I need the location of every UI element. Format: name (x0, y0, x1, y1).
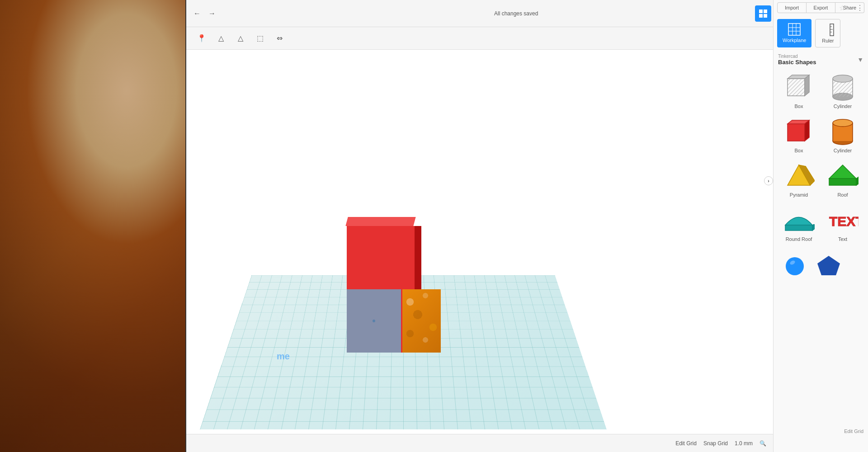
svg-marker-21 (805, 120, 809, 141)
svg-rect-19 (788, 124, 805, 141)
shape-red-wall-top (345, 217, 415, 226)
shape-cylinder-gray[interactable]: Cylinder (822, 71, 863, 113)
box-gray-label: Box (795, 104, 803, 109)
svg-rect-40 (764, 14, 767, 18)
expand-panel-button[interactable]: › (764, 176, 773, 185)
align-icon[interactable]: ⬚ (254, 32, 266, 45)
svg-marker-36 (817, 256, 840, 275)
monitor-screen: ☆ ⋮ Import Export Share Workplane (185, 0, 868, 452)
svg-rect-39 (759, 14, 763, 18)
svg-point-26 (833, 119, 853, 127)
ruler-label: Ruler (822, 38, 834, 43)
box-gray-icon (783, 74, 815, 101)
shape-round-roof[interactable]: Round Roof (778, 203, 820, 245)
svg-point-18 (833, 75, 853, 82)
svg-marker-29 (829, 165, 856, 179)
shape-pyramid-yellow[interactable]: Pyramid (778, 159, 820, 201)
top-bar: ← → All changes saved What's (186, 0, 868, 27)
shapes-dropdown-icon[interactable]: ▼ (857, 56, 863, 63)
workplane-button[interactable]: Workplane (777, 19, 811, 47)
shape-blue-dot (373, 320, 375, 322)
shape-orange-block[interactable] (402, 289, 441, 353)
svg-rect-30 (829, 179, 856, 185)
edit-grid-button[interactable]: Edit Grid (844, 428, 863, 434)
mirror-icon[interactable]: ⇔ (273, 32, 286, 45)
export-button[interactable]: Export (807, 2, 835, 13)
svg-marker-12 (805, 75, 809, 96)
pentagon-blue-icon (816, 254, 841, 276)
location-icon[interactable]: 📍 (195, 32, 208, 45)
grid-view-icon (759, 9, 768, 18)
second-toolbar: 📍 △ △ ⬚ ⇔ (186, 27, 868, 50)
orange-texture (402, 289, 441, 353)
box-red-label: Box (795, 148, 803, 153)
shape-box-red[interactable]: Box (778, 115, 820, 157)
svg-rect-0 (788, 24, 800, 35)
shape-sphere-blue[interactable] (780, 250, 810, 280)
svg-rect-37 (759, 9, 763, 13)
right-panel: ☆ ⋮ Import Export Share Workplane (773, 0, 868, 452)
svg-rect-5 (830, 24, 834, 36)
shape-cylinder-orange[interactable]: Cylinder (822, 115, 863, 157)
svg-text:TEXT: TEXT (829, 214, 859, 229)
workplane-icon (788, 23, 801, 36)
ruler-icon (821, 23, 835, 37)
shapes-title: Basic Shapes (778, 59, 816, 66)
text-shape-label: Text (838, 236, 847, 242)
canvas-label: me (277, 351, 290, 362)
shapes-category: Tinkercad (778, 54, 816, 59)
zoom-icon[interactable]: 🔍 (760, 440, 766, 447)
workplane-ruler-row: Workplane Ruler (774, 15, 868, 51)
round-roof-icon (783, 207, 815, 234)
cylinder-gray-label: Cylinder (834, 104, 852, 109)
pyramid-yellow-label: Pyramid (790, 192, 808, 198)
svg-marker-31 (856, 175, 859, 185)
snap-grid-value: 1.0 mm (735, 440, 753, 447)
cylinder-orange-label: Cylinder (834, 148, 852, 153)
text-shape-icon: TEXT (827, 207, 859, 234)
shape-text[interactable]: TEXT Text (822, 203, 863, 245)
star-icon[interactable]: ☆ (839, 4, 845, 12)
box-red-icon (783, 118, 815, 146)
roof-green-icon (827, 163, 859, 190)
shapes-grid: Box Cylinder (774, 68, 868, 248)
ruler-button[interactable]: Ruler (815, 19, 840, 47)
import-button[interactable]: Import (777, 2, 807, 13)
triangle2-icon[interactable]: △ (234, 32, 247, 45)
import-export-share-row: Import Export Share (774, 0, 868, 15)
triangle1-icon[interactable]: △ (215, 32, 227, 45)
shape-roof-green[interactable]: Roof (822, 159, 863, 201)
canvas-area[interactable]: me (186, 50, 773, 452)
cylinder-orange-icon (827, 118, 859, 146)
shape-pentagon-blue[interactable] (814, 250, 844, 280)
round-roof-label: Round Roof (786, 236, 812, 242)
shape-box-gray[interactable]: Box (778, 71, 820, 113)
svg-rect-10 (788, 79, 805, 96)
grid-view-button[interactable] (755, 5, 771, 22)
forward-button[interactable]: → (206, 7, 218, 20)
snap-grid-label: Snap Grid (703, 440, 728, 447)
save-status: All changes saved (494, 10, 538, 17)
svg-rect-38 (764, 9, 767, 13)
roof-green-label: Roof (837, 192, 848, 198)
bottom-bar: Edit Grid Snap Grid 1.0 mm 🔍 (186, 434, 773, 452)
edit-grid-label[interactable]: Edit Grid (675, 440, 697, 447)
shape-blue-rect[interactable] (347, 289, 401, 353)
more-options-icon[interactable]: ⋮ (856, 4, 863, 12)
cylinder-gray-icon (827, 74, 859, 101)
nav-buttons: ← → (191, 7, 218, 20)
svg-point-34 (786, 257, 804, 275)
workplane-label: Workplane (783, 38, 806, 43)
svg-rect-32 (785, 225, 812, 231)
sphere-blue-icon (783, 254, 807, 276)
shapes-header: Tinkercad Basic Shapes ▼ (774, 51, 868, 68)
back-button[interactable]: ← (191, 7, 203, 20)
pyramid-yellow-icon (783, 163, 815, 190)
